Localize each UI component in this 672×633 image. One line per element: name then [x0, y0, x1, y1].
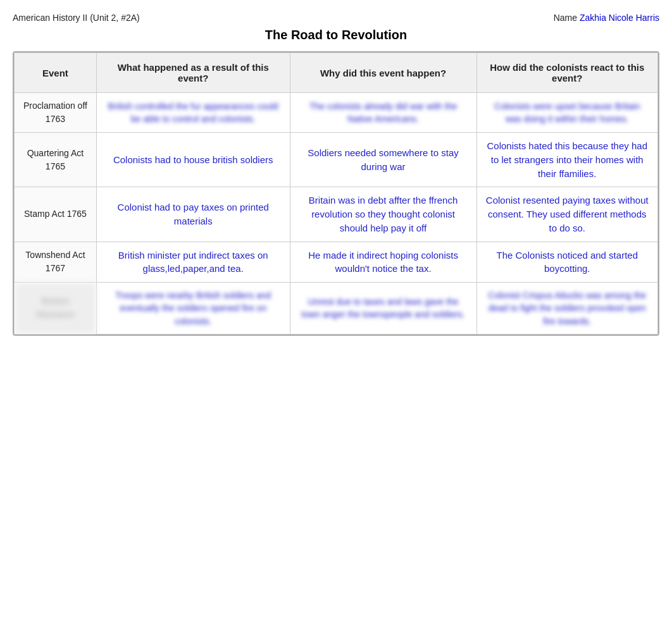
content-cell: British minister put indirect taxes on g… [96, 242, 290, 283]
content-cell: The colonists already did war with the N… [290, 93, 476, 133]
page-title: The Road to Revolution [13, 28, 659, 42]
content-cell: Soldiers needed somewhere to stay during… [290, 133, 476, 187]
name-prefix: Name [554, 13, 577, 23]
table-row: Proclamation off 1763British controlled … [15, 93, 658, 133]
content-cell: Britain was in debt affter the ffrench r… [290, 187, 476, 242]
content-cell: Colonist Crispus Attucks was among the d… [476, 283, 658, 335]
content-cell: Colonists were upset because Britain was… [476, 93, 658, 133]
main-table-wrapper: Event What happened as a result of this … [13, 51, 659, 336]
content-cell: Colonists had to house british soldiers [96, 133, 290, 187]
event-cell: Proclamation off 1763 [15, 93, 97, 133]
table-row: Stamp Act 1765Colonist had to pay taxes … [15, 187, 658, 242]
event-cell: Stamp Act 1765 [15, 187, 97, 242]
col-header-event: Event [15, 53, 97, 93]
content-cell: Troops were nearby British soldiers and … [96, 283, 290, 335]
table-row: Boston MassacreTroops were nearby Britis… [15, 283, 658, 335]
content-cell: Unrest due to taxes and laws gave the to… [290, 283, 476, 335]
content-cell: Colonists hated this because they had to… [476, 133, 658, 187]
table-row: Townshend Act 1767British minister put i… [15, 242, 658, 283]
name-area: Name Zakhia Nicole Harris [554, 13, 659, 23]
col-header-reaction: How did the colonists react to this even… [476, 53, 658, 93]
main-table: Event What happened as a result of this … [14, 52, 658, 335]
event-cell: Quartering Act 1765 [15, 133, 97, 187]
content-cell: Colonist resented paying taxes without c… [476, 187, 658, 242]
name-value: Zakhia Nicole Harris [580, 13, 659, 23]
event-cell: Boston Massacre [15, 283, 97, 335]
content-cell: The Colonists noticed and started boycot… [476, 242, 658, 283]
header: American History II (Unit 2, #2A) Name Z… [13, 13, 659, 23]
col-header-why: Why did this event happen? [290, 53, 476, 93]
class-label: American History II (Unit 2, #2A) [13, 13, 140, 23]
content-cell: He made it indirect hoping colonists wou… [290, 242, 476, 283]
table-header-row: Event What happened as a result of this … [15, 53, 658, 93]
col-header-result: What happened as a result of this event? [96, 53, 290, 93]
event-cell: Townshend Act 1767 [15, 242, 97, 283]
content-cell: Colonist had to pay taxes on printed mat… [96, 187, 290, 242]
content-cell: British controlled the fur appearances c… [96, 93, 290, 133]
table-row: Quartering Act 1765Colonists had to hous… [15, 133, 658, 187]
